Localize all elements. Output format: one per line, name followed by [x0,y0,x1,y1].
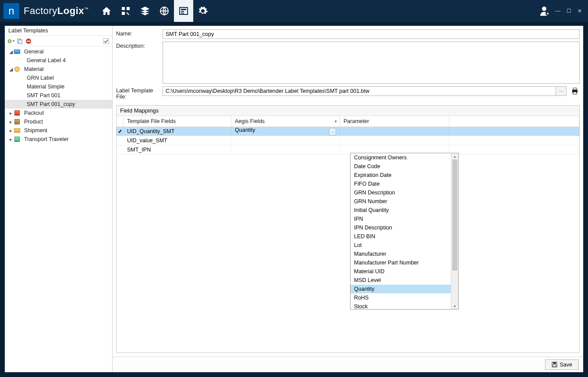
description-input[interactable] [163,42,580,84]
dropdown-item[interactable]: Quantity [351,285,451,293]
copy-button[interactable] [16,38,23,45]
dropdown-item[interactable]: Expiration Date [351,171,451,180]
cell-template-field[interactable]: SMT_IPN [124,145,231,154]
tree-node[interactable]: ◢General [5,47,112,56]
dropdown-toggle[interactable]: ⌄ [329,128,336,135]
brand-prefix: Factory [24,5,57,16]
settings-icon[interactable] [193,0,213,22]
dropdown-item[interactable]: GRN Description [351,188,451,197]
validate-button[interactable] [103,38,110,45]
name-row: Name: [116,29,580,39]
dropdown-scrollbar[interactable]: ▴ ▾ [451,153,458,309]
col-parameter[interactable]: Parameter [340,116,450,127]
cell-aegis-field[interactable] [231,136,340,145]
scroll-down-icon[interactable]: ▾ [451,303,458,309]
scroll-thumb[interactable] [452,159,457,271]
svg-rect-9 [19,40,22,44]
tree-node[interactable]: ▸Product [5,117,112,126]
delete-button[interactable] [25,38,32,45]
tree-leaf-label: General Label 4 [25,57,66,63]
cell-extra[interactable] [450,136,579,145]
ribbon-buttons [97,0,213,22]
tree-leaf[interactable]: General Label 4 [5,56,112,65]
print-icon[interactable] [570,86,580,96]
svg-rect-3 [181,11,184,12]
tree-node[interactable]: ▸Transport Traveler [5,135,112,144]
dropdown-item[interactable]: MSD Level [351,276,451,285]
globe-icon[interactable] [155,0,174,22]
sidebar-toolbar [5,36,112,46]
close-button[interactable]: ✕ [577,8,582,14]
cell-template-field[interactable]: UID_value_SMT [124,136,231,145]
tree-node-label: Product [22,119,43,125]
svg-rect-15 [573,92,577,94]
dropdown-item[interactable]: Manufacturer Part Number [351,258,451,267]
app-logo: n [4,3,19,19]
maximize-button[interactable]: ☐ [567,8,571,14]
cell-extra[interactable] [450,127,579,136]
dropdown-item[interactable]: Stock [351,302,451,309]
grid-body: UID_Quantity_SMTQuantity⌄UID_value_SMTSM… [117,127,579,155]
tree-leaf-label: GRN Label [25,75,54,81]
dropdown-item[interactable]: GRN Number [351,197,451,206]
tree-node[interactable]: ◢Material [5,65,112,74]
file-path-input[interactable] [163,86,556,96]
field-mappings-panel: Field Mappings Template File Fields Aegi… [116,105,580,353]
grid-row[interactable]: UID_Quantity_SMTQuantity⌄ [117,127,579,136]
svg-rect-11 [27,41,30,42]
template-icon[interactable] [174,0,193,22]
dropdown-item[interactable]: Lot [351,241,451,250]
dropdown-item[interactable]: Date Code [351,162,451,171]
dropdown-item[interactable]: Consignment Owners [351,153,451,162]
filter-icon[interactable]: ▾ [335,119,337,123]
tree-node[interactable]: ▸Packout [5,109,112,117]
col-extra[interactable] [450,116,579,127]
user-account-icon[interactable] [538,5,551,17]
grid-row[interactable]: UID_value_SMT [117,136,579,145]
tree-leaf[interactable]: SMT Part 001_copy [5,100,112,109]
brand-suffix: Logix [57,5,84,16]
file-label: Label Template File: [116,86,163,100]
tree-leaf[interactable]: GRN Label [5,74,112,82]
scroll-up-icon[interactable]: ▴ [451,153,458,159]
svg-rect-18 [553,365,556,367]
dropdown-item[interactable]: Initial Quantity [351,206,451,215]
cell-parameter[interactable] [340,136,450,145]
cell-aegis-field[interactable] [231,145,340,154]
tree-node[interactable]: ▸Shipment [5,126,112,135]
stack-icon[interactable] [135,0,155,22]
grid-edit-icon[interactable] [116,0,135,22]
minimize-button[interactable]: — [555,8,560,14]
folder-icon [14,136,21,142]
dropdown-item[interactable]: Material UID [351,267,451,276]
home-icon[interactable] [97,0,116,22]
field-mappings-title: Field Mappings [117,106,579,116]
brand-text: FactoryLogix™ [24,5,89,17]
dropdown-item[interactable]: IPN [351,215,451,223]
dropdown-item[interactable]: LED BIN [351,232,451,241]
dropdown-item[interactable]: Manufacturer [351,250,451,258]
dropdown-item[interactable]: IPN Description [351,223,451,232]
save-button[interactable]: Save [545,359,579,370]
cell-extra[interactable] [450,145,579,154]
col-aegis-fields[interactable]: Aegis Fields▾ [231,116,340,127]
tree-leaf[interactable]: Material Simple [5,82,112,91]
form-area: Name: Description: Label Template File: … [113,26,583,105]
grid-row[interactable]: SMT_IPN [117,145,579,155]
cell-template-field[interactable]: UID_Quantity_SMT [124,127,231,136]
col-template-fields[interactable]: Template File Fields [124,116,231,127]
name-input[interactable] [163,29,580,39]
aegis-field-dropdown[interactable]: Consignment OwnersDate CodeExpiration Da… [350,153,459,310]
browse-button[interactable]: ⋯ [556,86,567,96]
dropdown-item[interactable]: FIFO Date [351,180,451,188]
tree-leaf-label: SMT Part 001_copy [25,101,75,107]
cell-parameter[interactable] [340,127,450,136]
dropdown-item[interactable]: RoHS [351,293,451,302]
workspace: Label Templates ◢GeneralGeneral Label 4◢… [4,25,584,373]
svg-rect-4 [181,13,184,14]
cell-aegis-field[interactable]: Quantity⌄ [231,127,340,136]
template-tree[interactable]: ◢GeneralGeneral Label 4◢MaterialGRN Labe… [5,46,112,372]
add-button[interactable] [7,38,14,45]
tree-leaf[interactable]: SMT Part 001 [5,91,112,100]
svg-point-5 [542,7,546,11]
